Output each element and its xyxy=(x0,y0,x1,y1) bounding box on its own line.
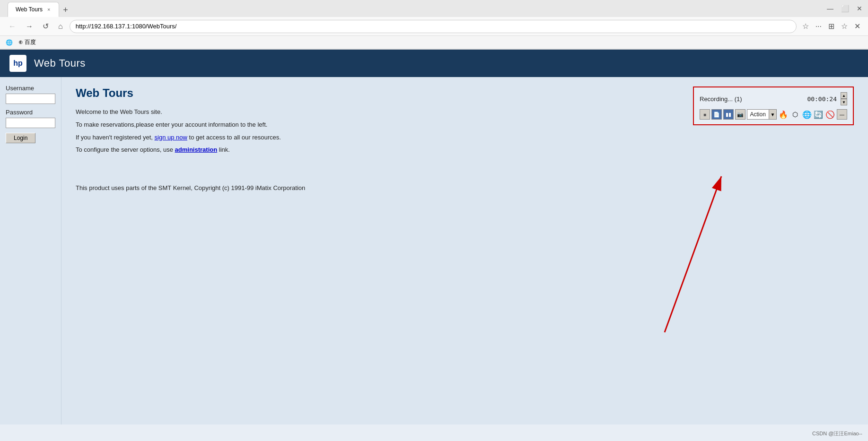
globe-icon: 🌐 xyxy=(6,39,13,46)
back-btn[interactable]: ← xyxy=(6,20,19,33)
browser-chrome: Web Tours × + — ⬜ ✕ ← → ↺ ⌂ ☆ ··· ⊞ ☆ ✕ … xyxy=(0,0,868,50)
tab-bar: Web Tours × + xyxy=(4,0,76,17)
forward-btn[interactable]: → xyxy=(23,20,36,33)
recording-header-right: 00:00:24 ▲ ▼ xyxy=(807,92,847,105)
signup-prefix: If you haven't registered yet, xyxy=(76,134,153,141)
bookmark-star-btn[interactable]: ☆ xyxy=(800,20,811,33)
main-area: Username Password Login Web Tours Welcom… xyxy=(0,77,868,424)
grid-btn[interactable]: ⊞ xyxy=(826,20,836,33)
rec-icon-4[interactable]: 🔄 xyxy=(813,109,824,120)
baidu-bookmark-label: ⊕ 百度 xyxy=(18,38,36,46)
rec-icon-1[interactable]: 🔥 xyxy=(778,109,789,120)
tab-title: Web Tours xyxy=(16,6,43,13)
rec-icon-2[interactable]: ⬡ xyxy=(790,109,800,120)
username-input[interactable] xyxy=(6,94,55,104)
scroll-down-btn[interactable]: ▼ xyxy=(841,99,847,105)
nav-bar: ← → ↺ ⌂ ☆ ··· ⊞ ☆ ✕ xyxy=(0,17,868,36)
watermark: CSDN @汪汪Emiao-- xyxy=(812,430,862,437)
recording-time: 00:00:24 xyxy=(807,95,837,103)
hp-logo: hp xyxy=(9,55,26,72)
hp-header: hp Web Tours xyxy=(0,50,868,77)
admin-suffix: link. xyxy=(219,146,230,153)
extend-btn[interactable]: ✕ xyxy=(852,20,862,33)
recording-scroll-btns: ▲ ▼ xyxy=(841,92,847,105)
recording-panel: Recording... (1) 00:00:24 ▲ ▼ ■ 📄 ▮▮ 📷 xyxy=(693,86,854,125)
content-area: Web Tours Welcome to the Web Tours site.… xyxy=(61,77,868,424)
action-label: Action xyxy=(747,111,769,118)
more-options-btn[interactable]: ··· xyxy=(814,20,824,33)
signup-text: If you haven't registered yet, sign up n… xyxy=(76,133,854,143)
title-controls: — ⬜ ✕ xyxy=(825,4,864,13)
recording-header: Recording... (1) 00:00:24 ▲ ▼ xyxy=(700,92,847,105)
active-tab[interactable]: Web Tours × xyxy=(8,2,59,17)
address-bar[interactable] xyxy=(70,20,797,33)
sidebar: Username Password Login xyxy=(0,77,61,424)
admin-link[interactable]: administration xyxy=(175,146,218,153)
nav-right-icons: ☆ ··· ⊞ ☆ ✕ xyxy=(800,20,862,33)
reload-btn[interactable]: ↺ xyxy=(40,20,52,33)
minimize-btn[interactable]: — xyxy=(825,4,835,13)
admin-text: To configure the server options, use adm… xyxy=(76,145,854,155)
rec-doc-icon[interactable]: 📄 xyxy=(711,109,722,120)
scroll-up-btn[interactable]: ▲ xyxy=(841,92,847,99)
copyright-text: This product uses parts of the SMT Kerne… xyxy=(76,183,854,193)
signup-suffix: to get access to all our resources. xyxy=(189,134,281,141)
rec-stop-icon[interactable]: ■ xyxy=(700,109,710,120)
action-dropdown-arrow[interactable]: ▼ xyxy=(769,110,776,119)
title-bar: Web Tours × + — ⬜ ✕ xyxy=(0,0,868,17)
username-label: Username xyxy=(6,85,55,92)
rec-icon-5[interactable]: 🚫 xyxy=(825,109,835,120)
signup-link[interactable]: sign up now xyxy=(155,134,187,141)
profile-btn[interactable]: ☆ xyxy=(839,20,850,33)
logo-text: hp xyxy=(13,59,23,68)
rec-bar-icon[interactable]: ▮▮ xyxy=(723,109,734,120)
password-label: Password xyxy=(6,109,55,116)
home-btn[interactable]: ⌂ xyxy=(55,20,66,33)
svg-line-1 xyxy=(665,176,721,332)
tab-close-btn[interactable]: × xyxy=(46,6,51,13)
page-wrapper: hp Web Tours Username Password Login Web… xyxy=(0,50,868,424)
action-dropdown[interactable]: Action ▼ xyxy=(747,109,777,120)
rec-cam-icon[interactable]: 📷 xyxy=(735,109,745,120)
rec-close-icon[interactable]: — xyxy=(837,109,847,120)
baidu-bookmark[interactable]: ⊕ 百度 xyxy=(15,37,40,47)
bookmark-bar: 🌐 ⊕ 百度 xyxy=(0,36,868,49)
admin-prefix: To configure the server options, use xyxy=(76,146,173,153)
maximize-btn[interactable]: ⬜ xyxy=(839,4,851,13)
recording-title: Recording... (1) xyxy=(700,95,742,103)
rec-icon-3[interactable]: 🌐 xyxy=(802,109,812,120)
new-tab-btn[interactable]: + xyxy=(59,3,72,17)
login-button[interactable]: Login xyxy=(6,133,35,143)
rec-toolbar: ■ 📄 ▮▮ 📷 Action ▼ 🔥 ⬡ 🌐 🔄 🚫 — xyxy=(700,109,847,120)
site-title: Web Tours xyxy=(34,57,86,69)
close-window-btn[interactable]: ✕ xyxy=(855,4,864,13)
password-input[interactable] xyxy=(6,118,55,128)
